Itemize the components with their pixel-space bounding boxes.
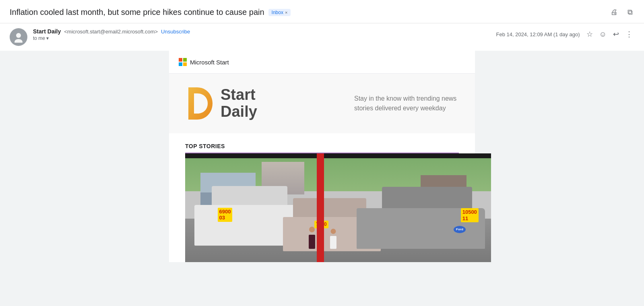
emoji-react-button[interactable]: ☺ — [598, 29, 608, 40]
top-stories-label: TOP STORIES — [185, 143, 459, 149]
reply-button[interactable]: ↩ — [611, 28, 621, 40]
avatar — [10, 28, 27, 46]
more-options-button[interactable]: ⋮ — [624, 28, 634, 40]
email-header: Start Daily <microsoft.start@email2.micr… — [0, 23, 644, 51]
ms-grid-blue — [179, 62, 182, 66]
microsoft-start-header: Microsoft Start — [169, 51, 475, 74]
start-daily-logo-container: Start Daily — [185, 87, 257, 120]
sender-name-row: Start Daily <microsoft.start@email2.micr… — [33, 28, 190, 35]
d-shape-svg — [185, 87, 214, 120]
email-meta-right: Feb 14, 2024, 12:09 AM (1 day ago) ☆ ☺ ↩… — [496, 28, 634, 40]
star-button[interactable]: ☆ — [585, 28, 594, 40]
ms-grid-green — [183, 58, 187, 62]
person1-body — [309, 235, 315, 249]
ms-grid-yellow — [183, 62, 187, 66]
subject-bar: Inflation cooled last month, but some pr… — [0, 0, 644, 23]
new-window-button[interactable]: ⧉ — [626, 6, 634, 18]
microsoft-grid-icon — [179, 58, 187, 66]
subject-toolbar: 🖨 ⧉ — [609, 6, 634, 18]
star-icon: ☆ — [586, 30, 593, 39]
sender-details: Start Daily <microsoft.start@email2.micr… — [33, 28, 190, 41]
ms-grid-red — [179, 58, 182, 62]
person2-body — [330, 236, 336, 249]
subject-left: Inflation cooled last month, but some pr… — [10, 8, 291, 17]
price-tag-6900: 6900 03 — [218, 208, 233, 222]
microsoft-logo: Microsoft Start — [179, 58, 229, 66]
email-content: Microsoft Start — [169, 51, 475, 262]
top-bar — [185, 153, 491, 158]
emoji-icon: ☺ — [599, 30, 607, 39]
avatar-icon — [13, 31, 24, 43]
sender-name: Start Daily — [33, 28, 61, 35]
to-me-toggle[interactable]: to me ▾ — [33, 35, 190, 41]
new-window-icon: ⧉ — [627, 8, 633, 17]
red-pole — [317, 153, 324, 262]
email-date: Feb 14, 2024, 12:09 AM (1 day ago) — [496, 31, 580, 37]
svg-point-0 — [16, 33, 21, 38]
start-daily-banner: Start Daily Stay in the know with trendi… — [169, 74, 475, 133]
car-right: 10500 11 Ford — [357, 192, 485, 249]
dropdown-arrow-icon: ▾ — [46, 35, 49, 41]
sender-email: <microsoft.start@email2.microsoft.com> — [64, 29, 158, 35]
price-tag-10500: 10500 11 — [461, 208, 479, 222]
car-lot-image-container: 6900 03 7900 — [169, 153, 475, 262]
more-icon: ⋮ — [625, 30, 633, 39]
person-2 — [329, 229, 338, 249]
start-daily-title: Start Daily — [221, 87, 257, 120]
ford-logo: Ford — [454, 226, 466, 233]
unsubscribe-link[interactable]: Unsubscribe — [161, 29, 190, 35]
person1-head — [309, 227, 315, 232]
sender-info: Start Daily <microsoft.start@email2.micr… — [10, 28, 190, 46]
svg-point-1 — [14, 39, 23, 43]
person-1 — [308, 227, 316, 249]
print-icon: 🖨 — [611, 8, 618, 17]
start-daily-tagline: Stay in the know with trending news stor… — [354, 94, 459, 113]
print-button[interactable]: 🖨 — [609, 6, 619, 18]
reply-icon: ↩ — [613, 30, 619, 39]
car-lot-scene: 6900 03 7900 — [185, 153, 491, 262]
meta-icons: ☆ ☺ ↩ ⋮ — [585, 28, 634, 40]
email-body-wrapper: Microsoft Start — [0, 51, 644, 270]
top-stories-section: TOP STORIES — [169, 133, 475, 153]
inbox-badge: Inbox × — [268, 9, 291, 16]
email-subject: Inflation cooled last month, but some pr… — [10, 8, 264, 17]
microsoft-start-label: Microsoft Start — [190, 59, 229, 66]
start-daily-d-logo — [185, 87, 214, 120]
badge-close-button[interactable]: × — [285, 10, 287, 15]
person2-head — [331, 229, 336, 234]
